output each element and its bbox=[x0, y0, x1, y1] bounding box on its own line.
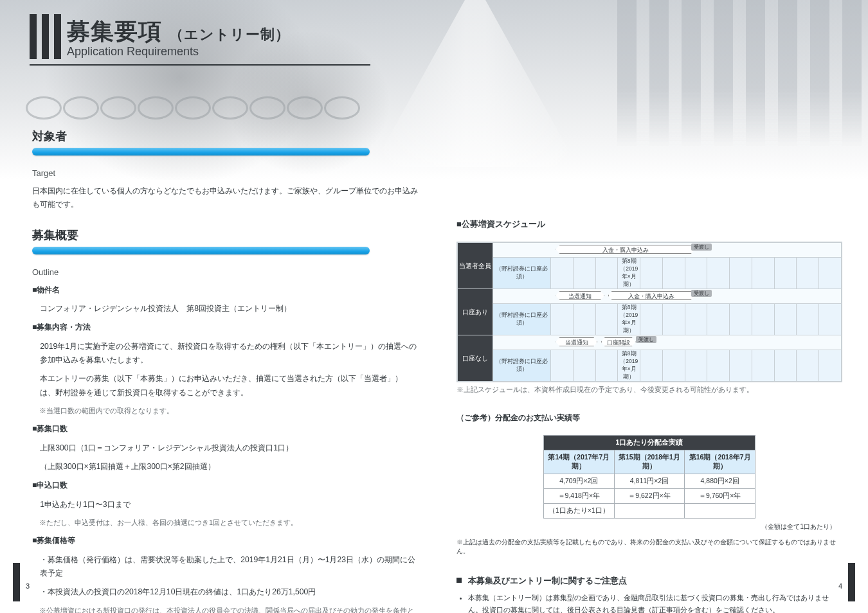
gantt-cell bbox=[573, 350, 595, 382]
label-property: ■物件名 bbox=[32, 285, 60, 294]
gantt-cell bbox=[819, 350, 842, 382]
val-price-1: ・募集価格（発行価格）は、需要状況等を勘案した上で、2019年1月21日（月）〜… bbox=[32, 553, 418, 581]
sec-target-body: 日本国内に在住している個人の方ならどなたでもお申込みいただけます。ご家族や、グル… bbox=[32, 184, 418, 212]
gantt-cell bbox=[685, 350, 707, 382]
gantt-cell bbox=[573, 304, 595, 335]
gantt-cell bbox=[662, 350, 685, 382]
val-apply-note: ※ただし、申込受付は、お一人様、各回の抽選につき1回とさせていただきます。 bbox=[32, 517, 418, 529]
gantt-row-label: 口座なし bbox=[458, 335, 493, 382]
gantt-cell bbox=[685, 258, 707, 289]
pay-title: （ご参考）分配金のお支払い実績等 bbox=[457, 413, 842, 423]
gantt-cell bbox=[752, 258, 774, 289]
pay-r3c2 bbox=[685, 504, 755, 519]
gantt-phase: 入金・購入申込み bbox=[556, 245, 694, 254]
val-property: コンフォリア・レジデンシャル投資法人 第8回投資主（エントリー制） bbox=[32, 302, 418, 315]
gantt-sublabel: （野村證券に口座必須） bbox=[493, 258, 551, 289]
val-price-note: ※公募増資における新投資口の発行は、本投資法人の役員会での決議、関係当局への届出… bbox=[32, 605, 418, 613]
gantt-phase: 入金・購入申込み bbox=[608, 291, 695, 300]
page-number-right: 4 bbox=[838, 582, 842, 590]
gantt-cell bbox=[752, 304, 774, 335]
gantt-cell bbox=[551, 258, 574, 289]
caveat-0: 本募集（エントリー制）は募集型の企画であり、金融商品取引法に基づく投資口の募集・… bbox=[468, 592, 842, 613]
label-method: ■募集内容・方法 bbox=[32, 323, 91, 332]
pay-r3c1 bbox=[614, 504, 685, 519]
gantt-cell bbox=[730, 258, 752, 289]
gantt-cell bbox=[797, 350, 819, 382]
gantt-cell bbox=[595, 304, 618, 335]
pay-h2: 第16期（2018年7月期） bbox=[685, 450, 755, 474]
page-number-left: 3 bbox=[26, 582, 30, 590]
pay-r2c2: ＝9,760円×年 bbox=[685, 489, 755, 504]
pay-r1c2: 4,880円×2回 bbox=[685, 474, 755, 489]
pay-thead: 1口あたり分配金実績 bbox=[544, 436, 755, 450]
square-bullet-icon bbox=[457, 578, 462, 583]
pay-h1: 第15期（2018年1月期） bbox=[614, 450, 685, 474]
gantt-cell bbox=[595, 350, 618, 382]
gantt-phase: 口座開設 bbox=[601, 337, 636, 346]
gantt-track: 入金・購入申込み受渡し bbox=[493, 243, 842, 258]
sec-target-heading: 対象者 bbox=[32, 129, 418, 144]
text-method-1: 2019年1月に実施予定の公募増資にて、新投資口を取得するための権利（以下「本エ… bbox=[32, 340, 418, 368]
gantt-cell bbox=[730, 350, 752, 382]
pay-r3c0: （1口あたり×1口） bbox=[544, 504, 615, 519]
label-price: ■募集価格等 bbox=[32, 536, 75, 545]
pay-r1c0: 4,709円×2回 bbox=[544, 474, 615, 489]
val-units-2: （上限300口×第1回抽選＋上限300口×第2回抽選） bbox=[32, 460, 418, 474]
gantt-cell bbox=[573, 258, 595, 289]
gantt-cell bbox=[797, 258, 819, 289]
gantt-cell bbox=[774, 304, 797, 335]
gantt-cell bbox=[662, 304, 685, 335]
pay-r1c1: 4,811円×2回 bbox=[614, 474, 685, 489]
gantt-cell bbox=[707, 350, 730, 382]
val-units-1: 上限300口（1口＝コンフォリア・レジデンシャル投資法人の投資口1口） bbox=[32, 441, 418, 455]
footer-bar-right bbox=[848, 563, 855, 601]
gantt-cell bbox=[685, 304, 707, 335]
sec-target-en: Target bbox=[32, 168, 418, 178]
gantt-chart: 当選者全員入金・購入申込み受渡し（野村證券に口座必須）第8期（2019年×月期）… bbox=[457, 242, 842, 382]
pill-divider bbox=[32, 247, 370, 254]
label-units: ■募集口数 bbox=[32, 424, 68, 433]
gantt-cell bbox=[707, 304, 730, 335]
label-apply: ■申込口数 bbox=[32, 481, 68, 490]
gantt-phase: 当選通知 bbox=[556, 337, 597, 346]
gantt-cell bbox=[551, 350, 574, 382]
pill-divider bbox=[32, 148, 370, 155]
gantt-cell bbox=[730, 304, 752, 335]
gantt-sublabel: （野村證券に口座必須） bbox=[493, 350, 551, 382]
footer-bar-left bbox=[13, 563, 20, 601]
gantt-cell bbox=[752, 350, 774, 382]
gantt-cell: 第8期（2019年×月期） bbox=[618, 304, 640, 335]
sec-outline-heading: 募集概要 bbox=[32, 227, 418, 243]
pay-h0: 第14期（2017年7月期） bbox=[544, 450, 615, 474]
gantt-cell bbox=[819, 258, 842, 289]
val-apply: 1申込あたり1口〜3口まで bbox=[32, 498, 418, 511]
text-method-2b: ※当選口数の範囲内での取得となります。 bbox=[32, 405, 418, 417]
left-column: 対象者 Target 日本国内に在住している個人の方ならどなたでもお申込みいただ… bbox=[32, 129, 418, 581]
pay-r2c1: ＝9,622円×年 bbox=[614, 489, 685, 504]
gantt-cell bbox=[797, 304, 819, 335]
gantt-track: 当選通知口座開設受渡し bbox=[493, 335, 842, 350]
gantt-note: ※上記スケジュールは、本資料作成日現在の予定であり、今後変更される可能性がありま… bbox=[457, 385, 842, 395]
caveat-list: 本募集（エントリー制）は募集型の企画であり、金融商品取引法に基づく投資口の募集・… bbox=[457, 592, 842, 613]
gantt-row-label: 口座あり bbox=[458, 289, 493, 335]
gantt-cell bbox=[774, 350, 797, 382]
pay-foot: （金額は全て1口あたり） bbox=[457, 522, 842, 531]
caveat-heading: 本募集及びエントリー制に関するご注意点 bbox=[468, 576, 627, 585]
gantt-cell bbox=[551, 304, 574, 335]
gantt-cell bbox=[640, 350, 663, 382]
gantt-cell bbox=[595, 258, 618, 289]
gantt-cell bbox=[774, 258, 797, 289]
gantt-track: 当選通知入金・購入申込み受渡し bbox=[493, 289, 842, 304]
gantt-row-label: 当選者全員 bbox=[458, 243, 493, 289]
gantt-tag: 受渡し bbox=[691, 244, 712, 251]
val-price-2: ・本投資法人の投資口の2018年12月10日現在の終値は、1口あたり26万1,5… bbox=[32, 585, 418, 599]
gantt-tag: 受渡し bbox=[636, 336, 656, 343]
gantt-cell bbox=[640, 304, 663, 335]
gantt-cell: 第8期（2019年×月期） bbox=[618, 350, 640, 382]
right-column: ■公募増資スケジュール 当選者全員入金・購入申込み受渡し（野村證券に口座必須）第… bbox=[457, 129, 842, 581]
gantt-heading: ■公募増資スケジュール bbox=[457, 219, 545, 229]
gantt-cell bbox=[707, 258, 730, 289]
gantt-cell bbox=[819, 304, 842, 335]
gantt-tag: 受渡し bbox=[691, 290, 712, 297]
gantt-phase: 当選通知 bbox=[556, 291, 604, 300]
